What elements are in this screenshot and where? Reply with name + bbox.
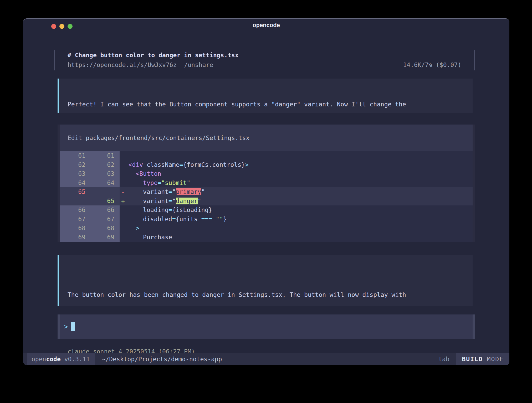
diff-row: 6969 Purchase [60, 233, 473, 242]
code-token: " [172, 188, 176, 195]
edit-tool-label: Edit [68, 135, 86, 141]
line-number-new: 66 [85, 205, 120, 215]
line-number-old: 67 [60, 215, 85, 224]
diff-code-line: loading={isLoading} [120, 205, 473, 215]
diff-table: 61616262 <div className={formCs.controls… [60, 151, 473, 242]
code-token: variant [143, 188, 168, 195]
code-token: {units [176, 216, 201, 223]
line-number-old: 65 [60, 187, 85, 197]
code-token: loading [143, 206, 168, 213]
message-line: The button color has been changed to dan… [68, 290, 473, 299]
code-token: = [172, 216, 176, 223]
session-title: # Change button color to danger in setti… [68, 50, 461, 60]
diff-code-line [120, 151, 473, 160]
code-token: } [223, 216, 227, 223]
code-token: {formCs.controls} [183, 161, 245, 168]
working-directory: ~/Desktop/Projects/demo-notes-app [102, 356, 222, 363]
diff-code-line: - variant="primary" [120, 187, 473, 197]
code-token: "submit" [161, 179, 190, 186]
code-token [121, 170, 136, 177]
unshare-command[interactable]: /unshare [184, 60, 213, 70]
edit-tool-card: Edit packages/frontend/src/containers/Se… [58, 125, 475, 242]
code-token: === [201, 216, 212, 223]
diff-code-line: > [120, 224, 473, 233]
tab-key-hint: tab [438, 356, 449, 363]
build-mode-chip: BUILD MODE [456, 353, 510, 365]
assistant-message: Perfect! I can see that the Button compo… [58, 79, 473, 113]
code-token: " [198, 198, 201, 204]
code-token: primary [176, 188, 201, 195]
code-token: + [121, 198, 125, 204]
code-token: = [168, 198, 172, 204]
code-token: variant [143, 198, 168, 204]
code-token [121, 206, 143, 213]
message-line: Perfect! I can see that the Button compo… [68, 100, 473, 109]
diff-code-line: <div className={formCs.controls}> [120, 160, 473, 169]
code-token [121, 161, 129, 168]
diff-row: 6161 [60, 151, 473, 160]
prompt-symbol: > [64, 323, 68, 330]
line-number-new: 63 [85, 169, 120, 178]
line-number-new: 64 [85, 178, 120, 188]
code-token [121, 179, 143, 186]
diff-row: 65+ variant="danger" [60, 197, 473, 206]
diff-row: 6666 loading={isLoading} [60, 205, 473, 215]
share-url[interactable]: https://opencode.ai/s/UwJxv76z [68, 60, 177, 70]
code-token: > [245, 161, 249, 168]
line-number-new [85, 187, 120, 197]
line-number-old: 64 [60, 178, 85, 188]
line-number-old: 63 [60, 169, 85, 178]
line-number-new: 62 [85, 160, 120, 169]
code-token: type [143, 179, 157, 186]
line-number-new: 69 [85, 233, 120, 242]
line-number-new: 65 [85, 197, 120, 206]
code-token [125, 188, 143, 195]
code-token: <div [129, 161, 143, 168]
line-number-old: 66 [60, 205, 85, 215]
diff-row: 6868 > [60, 224, 473, 233]
title-bar: opencode [23, 19, 509, 33]
line-number-old: 61 [60, 151, 85, 160]
diff-row: 65- variant="primary" [60, 187, 473, 197]
diff-code-line: <Button [120, 169, 473, 178]
line-number-new: 67 [85, 215, 120, 224]
code-token: danger [176, 198, 198, 204]
code-token: = [168, 188, 172, 195]
opencode-window: opencode # Change button color to danger… [23, 18, 509, 365]
line-number-old: 62 [60, 160, 85, 169]
edit-header: Edit packages/frontend/src/containers/Se… [60, 125, 473, 151]
code-token: = [180, 161, 183, 168]
line-number-old [60, 197, 85, 206]
session-header: # Change button color to danger in setti… [54, 50, 475, 70]
diff-code-line: disabled={units === ""} [120, 215, 473, 224]
code-token: = [168, 206, 172, 213]
code-token: > [136, 225, 139, 231]
code-token: disabled [143, 216, 172, 223]
diff-code-line: Purchase [120, 233, 473, 242]
diff-row: 6767 disabled={units === ""} [60, 215, 473, 224]
diff-code-line: type="submit" [120, 178, 473, 188]
line-number-old: 69 [60, 233, 85, 242]
app-version-chip: opencode v0.3.11 [27, 353, 95, 365]
assistant-message: The button color has been changed to dan… [58, 255, 473, 306]
code-token [121, 225, 136, 231]
diff-row: 6262 <div className={formCs.controls}> [60, 160, 473, 169]
line-number-old: 68 [60, 224, 85, 233]
code-token: " [201, 188, 205, 195]
code-token: {isLoading} [172, 206, 212, 213]
code-token: " [172, 198, 176, 204]
line-number-new: 61 [85, 151, 120, 160]
code-token [125, 198, 143, 204]
line-number-new: 68 [85, 224, 120, 233]
code-token: Purchase [121, 234, 172, 241]
prompt-input[interactable]: > [58, 314, 475, 339]
edit-file-path: packages/frontend/src/containers/Setting… [86, 135, 249, 141]
status-bar: opencode v0.3.11 ~/Desktop/Projects/demo… [23, 353, 509, 365]
code-token: "" [212, 216, 223, 223]
code-token: className [143, 161, 179, 168]
diff-row: 6464 type="submit" [60, 178, 473, 188]
token-usage: 14.6K/7% ($0.07) [403, 60, 461, 70]
code-token: <Button [136, 170, 161, 177]
code-token: - [121, 188, 125, 195]
code-token [121, 216, 143, 223]
